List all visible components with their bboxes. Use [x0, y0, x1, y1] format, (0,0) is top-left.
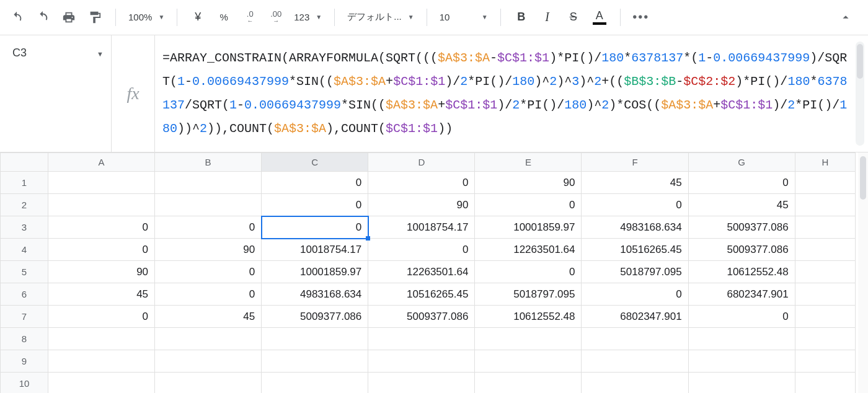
paint-format-button[interactable]	[83, 6, 107, 29]
cell-D7[interactable]: 5009377.086	[368, 306, 475, 328]
cell-H3[interactable]	[795, 216, 855, 239]
cell-E4[interactable]: 12263501.64	[475, 239, 582, 261]
collapse-toolbar-button[interactable]	[835, 9, 857, 26]
cell-C1[interactable]: 0	[262, 172, 368, 194]
cell-E6[interactable]: 5018797.095	[475, 283, 582, 306]
column-header-G[interactable]: G	[688, 153, 795, 172]
more-tools-button[interactable]: •••	[629, 6, 653, 29]
cell-F5[interactable]: 5018797.095	[582, 261, 688, 283]
cell-B9[interactable]	[155, 350, 262, 373]
cell-F4[interactable]: 10516265.45	[582, 239, 688, 261]
cell-C2[interactable]: 0	[262, 194, 368, 216]
cell-G8[interactable]	[688, 328, 795, 350]
row-header-9[interactable]: 9	[1, 350, 48, 373]
redo-button[interactable]	[31, 6, 55, 29]
row-header-2[interactable]: 2	[1, 194, 48, 216]
scrollbar-thumb[interactable]	[860, 156, 866, 200]
cell-A2[interactable]	[48, 194, 154, 216]
row-header-4[interactable]: 4	[1, 239, 48, 261]
decrease-decimal-button[interactable]: .0←	[238, 6, 262, 29]
format-currency-button[interactable]: ¥	[186, 6, 210, 29]
cell-A6[interactable]: 45	[48, 283, 154, 306]
column-header-A[interactable]: A	[48, 153, 154, 172]
column-header-D[interactable]: D	[368, 153, 475, 172]
cell-A8[interactable]	[48, 328, 154, 350]
cell-H2[interactable]	[795, 194, 855, 216]
text-color-button[interactable]: A	[588, 6, 611, 29]
cell-A1[interactable]	[48, 172, 154, 194]
row-header-3[interactable]: 3	[1, 216, 48, 239]
font-family-dropdown[interactable]: デフォルト... ▼	[343, 6, 417, 29]
cell-F3[interactable]: 4983168.634	[582, 216, 688, 239]
cell-A7[interactable]: 0	[48, 306, 154, 328]
cell-E10[interactable]	[475, 373, 582, 394]
italic-button[interactable]: I	[536, 6, 559, 29]
cell-F7[interactable]: 6802347.901	[582, 306, 688, 328]
cell-C3[interactable]: 0	[262, 216, 368, 239]
cell-H7[interactable]	[795, 306, 855, 328]
cell-F6[interactable]: 0	[582, 283, 688, 306]
zoom-dropdown[interactable]: 100% ▼	[125, 6, 168, 29]
row-header-1[interactable]: 1	[1, 172, 48, 194]
cell-D5[interactable]: 12263501.64	[368, 261, 475, 283]
cell-F9[interactable]	[582, 350, 688, 373]
cell-C7[interactable]: 5009377.086	[262, 306, 368, 328]
cell-G4[interactable]: 5009377.086	[688, 239, 795, 261]
cell-B2[interactable]	[155, 194, 262, 216]
cell-C9[interactable]	[262, 350, 368, 373]
cell-G2[interactable]: 45	[688, 194, 795, 216]
cell-E3[interactable]: 10001859.97	[475, 216, 582, 239]
cell-E2[interactable]: 0	[475, 194, 582, 216]
cell-E9[interactable]	[475, 350, 582, 373]
column-header-C[interactable]: C	[262, 153, 368, 172]
formula-bar[interactable]: =ARRAY_CONSTRAIN(ARRAYFORMULA(SQRT((($A$…	[155, 35, 868, 152]
scrollbar-thumb[interactable]	[857, 44, 863, 79]
cell-G5[interactable]: 10612552.48	[688, 261, 795, 283]
cell-H4[interactable]	[795, 239, 855, 261]
cell-A9[interactable]	[48, 350, 154, 373]
cell-H9[interactable]	[795, 350, 855, 373]
cell-G3[interactable]: 5009377.086	[688, 216, 795, 239]
cell-D3[interactable]: 10018754.17	[368, 216, 475, 239]
column-header-F[interactable]: F	[582, 153, 688, 172]
cell-G6[interactable]: 6802347.901	[688, 283, 795, 306]
row-header-5[interactable]: 5	[1, 261, 48, 283]
name-box[interactable]: C3 ▼	[0, 35, 112, 152]
cell-D6[interactable]: 10516265.45	[368, 283, 475, 306]
cell-H6[interactable]	[795, 283, 855, 306]
row-header-7[interactable]: 7	[1, 306, 48, 328]
cell-E7[interactable]: 10612552.48	[475, 306, 582, 328]
cell-B1[interactable]	[155, 172, 262, 194]
cell-C6[interactable]: 4983168.634	[262, 283, 368, 306]
cell-C4[interactable]: 10018754.17	[262, 239, 368, 261]
cell-H10[interactable]	[795, 373, 855, 394]
cell-F8[interactable]	[582, 328, 688, 350]
formula-scrollbar[interactable]	[856, 42, 864, 146]
format-percent-button[interactable]: %	[212, 6, 236, 29]
undo-button[interactable]	[5, 6, 29, 29]
cell-G7[interactable]: 0	[688, 306, 795, 328]
select-all-corner[interactable]	[1, 153, 48, 172]
cell-F2[interactable]: 0	[582, 194, 688, 216]
cell-G9[interactable]	[688, 350, 795, 373]
cell-B7[interactable]: 45	[155, 306, 262, 328]
cell-D4[interactable]: 0	[368, 239, 475, 261]
cell-H8[interactable]	[795, 328, 855, 350]
cell-E5[interactable]: 0	[475, 261, 582, 283]
cell-B6[interactable]: 0	[155, 283, 262, 306]
cell-G10[interactable]	[688, 373, 795, 394]
cell-B3[interactable]: 0	[155, 216, 262, 239]
cell-A5[interactable]: 90	[48, 261, 154, 283]
strikethrough-button[interactable]: S	[562, 6, 585, 29]
cell-D10[interactable]	[368, 373, 475, 394]
cell-D8[interactable]	[368, 328, 475, 350]
cell-A3[interactable]: 0	[48, 216, 154, 239]
column-header-H[interactable]: H	[795, 153, 855, 172]
cell-D1[interactable]: 0	[368, 172, 475, 194]
cell-E1[interactable]: 90	[475, 172, 582, 194]
column-header-E[interactable]: E	[475, 153, 582, 172]
print-button[interactable]	[57, 6, 81, 29]
cell-D2[interactable]: 90	[368, 194, 475, 216]
cell-B4[interactable]: 90	[155, 239, 262, 261]
bold-button[interactable]: B	[510, 6, 533, 29]
